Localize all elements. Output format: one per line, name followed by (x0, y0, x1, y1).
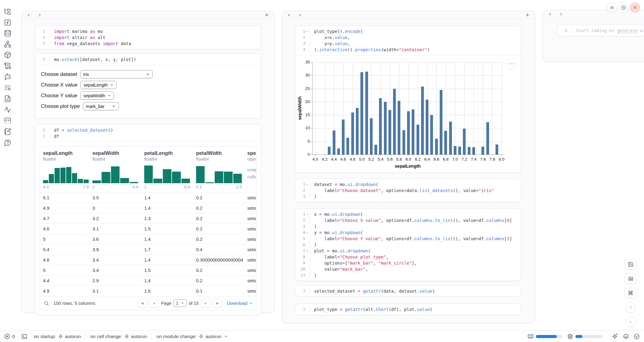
page-select[interactable]: 1 (174, 299, 187, 307)
table-row[interactable]: 4.931.40.2setosa (40, 203, 256, 213)
table-row[interactable]: 4.93.11.50.1setosa (40, 286, 256, 296)
column-prev-icon[interactable] (287, 13, 291, 17)
chart-bar[interactable] (346, 138, 349, 155)
code-line[interactable]: 3) (295, 194, 521, 200)
chart-bar[interactable] (463, 129, 466, 155)
dropdown-select[interactable]: iris (80, 70, 153, 78)
code-cell-df[interactable]: 1df = selected_dataset()2df sepalLengthf… (35, 124, 261, 315)
close-panel-icon[interactable] (630, 2, 640, 12)
chart-bar[interactable] (356, 108, 359, 155)
code-cell-dataset-dropdown[interactable]: 1dataset = mo.ui.dropdown(2 label="Choos… (295, 179, 521, 202)
download-button[interactable]: Download (227, 301, 252, 306)
chart-bar[interactable] (486, 122, 489, 155)
ai-sparkles-icon[interactable] (612, 333, 618, 340)
table-column-header[interactable]: speciesobjectunique:nulls: (244, 150, 256, 192)
chart-bar[interactable] (440, 90, 442, 155)
code-editor[interactable]: 1import marimo as mo2import altair as al… (35, 26, 261, 49)
column-next-icon[interactable] (559, 12, 563, 16)
chart-bar[interactable] (417, 125, 419, 155)
chart-bar[interactable] (374, 145, 377, 155)
chart-bar[interactable] (333, 130, 335, 155)
add-cell-icon[interactable] (264, 12, 269, 17)
code-line[interactable]: 1dataset = mo.ui.dropdown( (295, 181, 521, 187)
scratchpad-code-icon[interactable] (4, 117, 12, 125)
chart-bar[interactable] (449, 122, 452, 155)
terminal-button[interactable] (21, 333, 27, 340)
errors-indicator[interactable]: 0 (4, 333, 15, 339)
table-column-header[interactable]: sepalWidthfloat6424.4 (89, 150, 141, 192)
code-line[interactable]: 4).interactive().properties(width="conta… (295, 47, 521, 53)
column-histogram[interactable] (43, 164, 89, 183)
column-histogram[interactable] (196, 164, 242, 183)
last-page-button[interactable]: » (212, 299, 222, 308)
table-row[interactable]: 4.42.91.40.2setosa (40, 275, 256, 286)
on-cell-change-setting[interactable]: on cell change: autorun (90, 334, 147, 339)
column-next-icon[interactable] (38, 13, 42, 17)
code-line[interactable]: 4y = mo.ui.dropdown( (295, 230, 521, 236)
table-row[interactable]: 4.63.41.40.30000000000000004setosa (40, 255, 256, 265)
chart-bar[interactable] (481, 147, 484, 155)
code-line[interactable]: 3from vega_datasets import data (35, 41, 261, 47)
code-cell-imports[interactable]: 1import marimo as mo2import altair as al… (35, 26, 261, 49)
chart-bar[interactable] (426, 100, 428, 155)
table-column-header[interactable]: petalLengthfloat6416.9 (141, 150, 193, 192)
table-row[interactable]: 5.43.91.70.4setosa (40, 244, 256, 255)
chart-bar[interactable] (496, 144, 498, 155)
chart-bar[interactable] (365, 72, 368, 155)
chart-bar[interactable] (407, 111, 410, 155)
column-histogram[interactable] (92, 164, 138, 183)
search-icon[interactable] (44, 301, 49, 306)
chart-bar[interactable] (388, 110, 391, 155)
chart-bar[interactable] (360, 72, 363, 155)
chart-bar[interactable] (458, 147, 461, 155)
code-line[interactable]: 9 options=["mark_bar", "mark_circle"], (295, 260, 521, 266)
column-next-icon[interactable] (298, 13, 302, 17)
code-line[interactable]: 2 label="Choose dataset", options=data.l… (295, 187, 521, 194)
chart-bar[interactable] (398, 101, 400, 155)
chart-bar[interactable] (337, 148, 340, 155)
notebook-pen-icon[interactable] (4, 128, 12, 136)
chart-bar[interactable] (351, 112, 354, 155)
packages-icon[interactable] (4, 51, 12, 59)
code-editor[interactable]: 1df = selected_dataset()2df (35, 125, 261, 142)
chart-bar[interactable] (435, 139, 438, 155)
ai-chat-icon[interactable] (4, 73, 12, 81)
save-button[interactable] (624, 259, 637, 269)
table-column-header[interactable]: petalWidthfloat640.12.5 (193, 150, 244, 192)
code-cell-xy-plot-dropdowns[interactable]: 1x = mo.ui.dropdown(2 label="Choose X va… (295, 208, 521, 281)
on-startup-setting[interactable]: on startup: autorun (34, 334, 81, 339)
altair-bar-chart[interactable]: 051015202530354.04.24.44.64.85.05.25.45.… (295, 55, 521, 173)
code-editor[interactable]: 1selected_dataset = getattr(data, datase… (295, 286, 521, 297)
code-line[interactable]: 1selected_dataset = getattr(data, datase… (295, 288, 521, 294)
chart-bar[interactable] (412, 109, 414, 155)
panel-menu-icon[interactable] (607, 2, 617, 12)
code-cell-plot[interactable]: 1plot_type().encode(2 x=x.value,3 y=y.va… (295, 26, 521, 173)
code-line[interactable]: 3 y=y.value, (295, 41, 521, 47)
code-cell-vstack[interactable]: 1mo.vstack([dataset, x, y, plot]) Choose… (35, 54, 261, 119)
code-line[interactable]: 3) (295, 223, 521, 230)
code-line[interactable]: 2df (35, 133, 261, 139)
chart-bar[interactable] (430, 115, 433, 155)
empty-code-cell[interactable]: 1 Start coding or generate with AI (557, 25, 644, 36)
help-icon[interactable] (4, 139, 12, 147)
code-line[interactable]: 2import altair as alt (35, 34, 261, 41)
connection-status-icon[interactable] (634, 333, 640, 340)
dropdown-select[interactable]: sepalWidth (80, 91, 114, 100)
copilot-icon[interactable] (623, 333, 629, 340)
column-prev-icon[interactable] (27, 13, 30, 17)
logs-icon[interactable] (4, 62, 12, 70)
code-line[interactable]: 2 x=x.value, (295, 34, 521, 41)
code-line[interactable]: 8 label="Choose plot type", (295, 254, 521, 260)
chart-bar[interactable] (472, 147, 475, 155)
code-line[interactable]: 1df = selected_dataset() (35, 127, 261, 133)
table-column-header[interactable]: sepalLengthfloat644.37.9 (40, 150, 89, 192)
column-prev-icon[interactable] (548, 12, 552, 16)
layout-toggle-button[interactable] (624, 273, 637, 284)
stop-button[interactable] (625, 302, 636, 313)
code-cell-selected-dataset[interactable]: 1selected_dataset = getattr(data, datase… (295, 285, 521, 297)
table-row[interactable]: 5.13.51.40.2setosa (40, 192, 256, 203)
command-palette-button[interactable]: ⌘ (624, 288, 637, 298)
code-editor[interactable]: 1plot_type().encode(2 x=x.value,3 y=y.va… (295, 26, 521, 55)
code-line[interactable]: 6) (295, 242, 521, 248)
chart-bar[interactable] (421, 87, 424, 155)
